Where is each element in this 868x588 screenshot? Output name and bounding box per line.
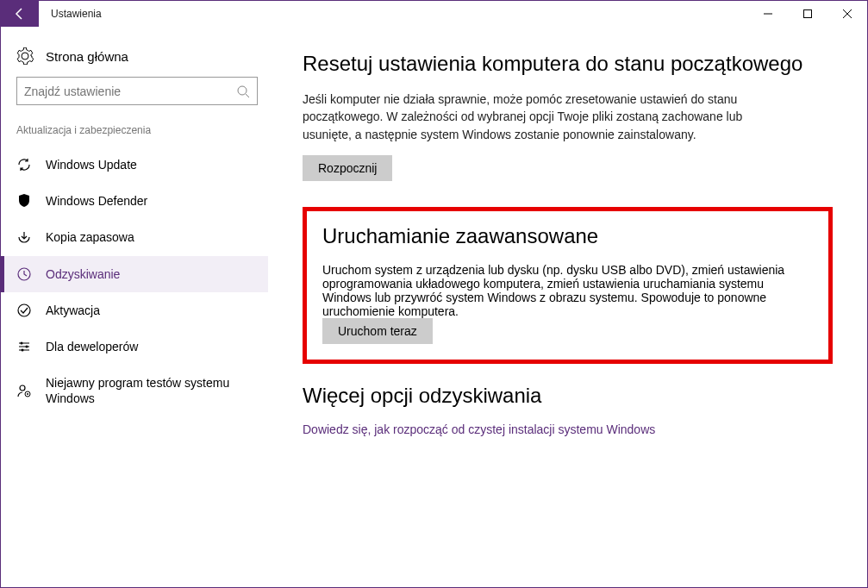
svg-point-6 [22, 349, 24, 352]
back-button[interactable] [1, 1, 39, 27]
reset-start-button[interactable]: Rozpocznij [303, 155, 392, 181]
sidebar-item-windows-defender[interactable]: Windows Defender [1, 183, 268, 219]
more-title: Więcej opcji odzyskiwania [303, 383, 833, 409]
maximize-button[interactable] [788, 1, 827, 27]
gear-icon [16, 47, 34, 65]
person-settings-icon [16, 383, 32, 398]
advanced-startup-section: Uruchamianie zaawansowane Uruchom system… [303, 207, 833, 364]
sidebar-item-label: Windows Update [46, 157, 268, 172]
titlebar: Ustawienia [1, 1, 867, 27]
window-title: Ustawienia [51, 8, 102, 20]
nav-list: Windows Update Windows Defender Kopia za… [1, 147, 268, 417]
advanced-desc: Uruchom system z urządzenia lub dysku (n… [322, 263, 813, 318]
search-box[interactable] [16, 77, 258, 105]
main-content: Resetuj ustawienia komputera do stanu po… [268, 27, 867, 587]
sidebar-item-windows-update[interactable]: Windows Update [1, 147, 268, 183]
search-input[interactable] [24, 84, 236, 98]
sidebar-item-recovery[interactable]: Odzyskiwanie [1, 256, 268, 292]
more-recovery-section: Więcej opcji odzyskiwania Dowiedz się, j… [303, 383, 833, 436]
svg-point-7 [20, 385, 25, 391]
backup-icon [16, 229, 32, 245]
reset-section: Resetuj ustawienia komputera do stanu po… [303, 51, 833, 181]
sidebar-item-label: Dla deweloperów [46, 339, 268, 354]
sidebar-item-activation[interactable]: Aktywacja [1, 292, 268, 328]
minimize-button[interactable] [748, 1, 788, 27]
advanced-title: Uruchamianie zaawansowane [322, 223, 813, 249]
sidebar-item-label: Kopia zapasowa [46, 229, 268, 245]
sliders-icon [16, 339, 32, 354]
category-label: Aktualizacja i zabezpieczenia [16, 124, 268, 136]
check-circle-icon [16, 303, 32, 318]
sidebar: Strona główna Aktualizacja i zabezpiecze… [1, 27, 268, 587]
svg-point-4 [21, 342, 23, 345]
arrow-left-icon [13, 7, 27, 21]
sidebar-item-backup[interactable]: Kopia zapasowa [1, 219, 268, 255]
shield-icon [16, 193, 32, 209]
close-button[interactable] [827, 1, 867, 27]
reset-desc: Jeśli komputer nie działa sprawnie, może… [303, 91, 768, 143]
close-icon [843, 9, 852, 18]
home-link[interactable]: Strona główna [16, 42, 268, 77]
home-label: Strona główna [46, 49, 128, 64]
sync-icon [16, 157, 32, 172]
sidebar-item-insider[interactable]: Niejawny program testów systemu Windows [1, 365, 268, 416]
sidebar-item-label: Aktywacja [46, 303, 268, 318]
minimize-icon [764, 9, 772, 18]
reset-title: Resetuj ustawienia komputera do stanu po… [303, 51, 833, 77]
svg-rect-0 [804, 10, 812, 18]
svg-point-5 [26, 346, 28, 348]
svg-point-3 [18, 304, 30, 316]
sidebar-item-label: Windows Defender [46, 193, 268, 209]
sidebar-item-label: Niejawny program testów systemu Windows [46, 375, 268, 406]
history-icon [16, 266, 32, 282]
svg-point-1 [238, 86, 247, 95]
maximize-icon [803, 9, 812, 18]
sidebar-item-developers[interactable]: Dla deweloperów [1, 328, 268, 365]
window-controls [748, 1, 867, 27]
restart-now-button[interactable]: Uruchom teraz [322, 318, 433, 344]
sidebar-item-label: Odzyskiwanie [46, 266, 268, 282]
search-icon [236, 84, 250, 98]
clean-install-link[interactable]: Dowiedz się, jak rozpocząć od czystej in… [303, 422, 655, 436]
svg-point-9 [27, 393, 28, 395]
